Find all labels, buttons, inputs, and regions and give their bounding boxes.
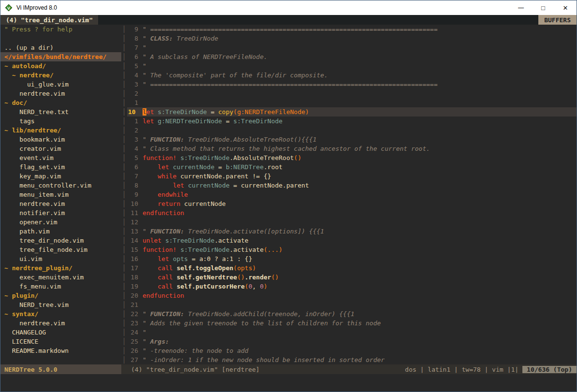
code-line[interactable]: 6 let currentNode = b:NERDTree.root (127, 162, 577, 172)
code-token: self.toggleOpen (176, 264, 233, 272)
code-token: = currentNode.parent (230, 182, 309, 189)
code-line[interactable]: 8" CLASS: TreeDirNode (127, 34, 577, 43)
nerdtree-item-file[interactable]: README.markdown (0, 346, 121, 355)
nerdtree-item-updir[interactable]: .. (up a dir) (0, 43, 121, 52)
minimize-button[interactable]: — (510, 0, 532, 15)
code-line[interactable]: 17 call self.toggleOpen(opts) (127, 263, 577, 273)
code-token: FUNCTION: (150, 136, 184, 143)
nerdtree-item-file[interactable]: event.vim (0, 153, 121, 162)
nerdtree-item-file[interactable]: tree_file_node.vim (0, 245, 121, 254)
code-line[interactable]: 4" The 'composite' part of the file/dir … (127, 71, 577, 80)
nerdtree-item-file[interactable]: fs_menu.vim (0, 282, 121, 291)
code-text: return currentNode (143, 199, 226, 208)
code-line[interactable]: 27" -inOrder: 1 if the new node should b… (127, 355, 577, 364)
code-line[interactable]: 26" -treenode: the node to add (127, 346, 577, 355)
nerdtree-item-file[interactable]: menu_controller.vim (0, 181, 121, 190)
nerdtree-item-file[interactable]: ui.vim (0, 254, 121, 263)
code-line[interactable]: 2 (127, 126, 577, 135)
code-line-current[interactable]: 10let s:TreeDirNode = copy(g:NERDTreeFil… (127, 107, 577, 116)
code-line[interactable]: 7 while currentNode.parent != {} (127, 172, 577, 181)
window-separator[interactable]: │││││││││││││││││││││││││││││││││││││ (121, 25, 127, 364)
window-title: Vi IMproved 8.0 (16, 4, 57, 11)
separator-glyph: │ (121, 162, 127, 172)
code-line[interactable]: 25" Args: (127, 337, 577, 346)
nerdtree-item-file[interactable]: bookmark.vim (0, 135, 121, 144)
nerdtree-item-file[interactable]: ui_glue.vim (0, 80, 121, 89)
code-line[interactable]: 6" A subclass of NERDTreeFileNode. (127, 52, 577, 61)
code-token: g:NERDTreeDirNode (158, 117, 222, 125)
code-line[interactable]: 12 (127, 218, 577, 227)
separator-glyph: │ (121, 25, 127, 34)
code-line[interactable]: 14unlet s:TreeDirNode.activate (127, 236, 577, 245)
nerdtree-item-file[interactable]: nerdtree.vim (0, 89, 121, 98)
nerdtree-item-dir[interactable]: ~ doc/ (0, 98, 121, 107)
nerdtree-item-file[interactable]: key_map.vim (0, 172, 121, 181)
code-line[interactable]: 15function! s:TreeDirNode.activate(...) (127, 245, 577, 254)
nerdtree-item-file[interactable]: creator.vim (0, 144, 121, 153)
code-line[interactable]: 4" Class method that returns the highest… (127, 144, 577, 153)
nerdtree-item-file[interactable]: CHANGELOG (0, 328, 121, 337)
code-token (143, 182, 173, 189)
nerdtree-item-dir[interactable]: ~ nerdtree/ (0, 71, 121, 80)
code-token: (g:NERDTreeFileNode) (233, 108, 309, 116)
nerdtree-item-dir[interactable]: ~ nerdtree_plugin/ (0, 263, 121, 273)
nerdtree-item-dir[interactable]: ~ lib/nerdtree/ (0, 126, 121, 135)
code-text: " -inOrder: 1 if the new node should be … (143, 355, 385, 364)
nerdtree-item-file[interactable]: LICENCE (0, 337, 121, 346)
code-line[interactable]: 5function! s:TreeDirNode.AbsoluteTreeRoo… (127, 153, 577, 162)
nerdtree-item-file[interactable]: NERD_tree.txt (0, 107, 121, 116)
tab-tree-dir-node[interactable]: (4) "tree_dir_node.vim" (0, 15, 98, 25)
nerdtree-item-help: " Press ? for help (0, 25, 121, 34)
code-line[interactable]: 24" (127, 328, 577, 337)
separator-glyph: │ (121, 346, 127, 355)
nerdtree-item-file[interactable]: opener.vim (0, 218, 121, 227)
code-text: call self.toggleOpen(opts) (143, 263, 256, 273)
code-line[interactable]: 9" =====================================… (127, 25, 577, 34)
code-line[interactable]: 20endfunction (127, 291, 577, 300)
line-number: 4 (127, 71, 143, 80)
nerdtree-item-file[interactable]: exec_menuitem.vim (0, 273, 121, 282)
nerdtree-item-file[interactable]: tags (0, 116, 121, 126)
code-token: b:NERDTree (226, 163, 263, 171)
code-token: s:TreeDirNode (233, 117, 283, 125)
code-line[interactable]: 3" =====================================… (127, 80, 577, 89)
code-line[interactable]: 5" (127, 61, 577, 71)
nerdtree-item-file[interactable]: path.vim (0, 227, 121, 236)
code-line[interactable]: 16 let opts = a:0 ? a:1 : {} (127, 254, 577, 263)
nerdtree-item-file[interactable]: flag_set.vim (0, 162, 121, 172)
code-line[interactable]: 10 return currentNode (127, 199, 577, 208)
editor-panel[interactable]: 9" =====================================… (127, 25, 577, 364)
nerdtree-item-dir[interactable]: ~ plugin/ (0, 291, 121, 300)
code-token: let (158, 163, 169, 171)
nerdtree-item-file[interactable]: nerdtree.vim (0, 199, 121, 208)
maximize-button[interactable]: □ (532, 0, 554, 15)
nerdtree-item-dir[interactable]: ~ autoload/ (0, 61, 121, 71)
code-line[interactable]: 11endfunction (127, 208, 577, 218)
nerdtree-item-root[interactable]: </vimfiles/bundle/nerdtree/ (0, 52, 121, 61)
code-token: " (143, 35, 150, 42)
command-line[interactable] (0, 374, 577, 392)
nerdtree-item-file[interactable]: nerdtree.vim (0, 319, 121, 328)
close-button[interactable]: ✕ (554, 0, 577, 15)
code-line[interactable]: 1 (127, 98, 577, 107)
code-line[interactable]: 9 endwhile (127, 190, 577, 199)
code-line[interactable]: 23" Adds the given treenode to the list … (127, 319, 577, 328)
code-line[interactable]: 2 (127, 89, 577, 98)
nerdtree-item-file[interactable]: NERD_tree.vim (0, 300, 121, 309)
nerdtree-item-file[interactable]: tree_dir_node.vim (0, 236, 121, 245)
code-line[interactable]: 18 call self.getNerdtree().render() (127, 273, 577, 282)
code-token: = (207, 108, 218, 116)
nerdtree-item-dir[interactable]: ~ syntax/ (0, 309, 121, 319)
code-line[interactable]: 19 call self.putCursorHere(0, 0) (127, 282, 577, 291)
nerdtree-item-file[interactable]: menu_item.vim (0, 190, 121, 199)
nerdtree-item-file[interactable]: notifier.vim (0, 208, 121, 218)
nerdtree-statusline: NERDTree 5.0.0 (0, 364, 121, 374)
code-line[interactable]: 7" (127, 43, 577, 52)
code-token: s:TreeDirNode (180, 246, 230, 253)
code-line[interactable]: 13" FUNCTION: TreeDirNode.activate([opti… (127, 227, 577, 236)
code-line[interactable]: 8 let currentNode = currentNode.parent (127, 181, 577, 190)
code-line[interactable]: 21 (127, 300, 577, 309)
code-line[interactable]: 1let g:NERDTreeDirNode = s:TreeDirNode (127, 116, 577, 126)
code-line[interactable]: 3" FUNCTION: TreeDirNode.AbsoluteTreeRoo… (127, 135, 577, 144)
code-line[interactable]: 22" FUNCTION: TreeDirNode.addChild(treen… (127, 309, 577, 319)
